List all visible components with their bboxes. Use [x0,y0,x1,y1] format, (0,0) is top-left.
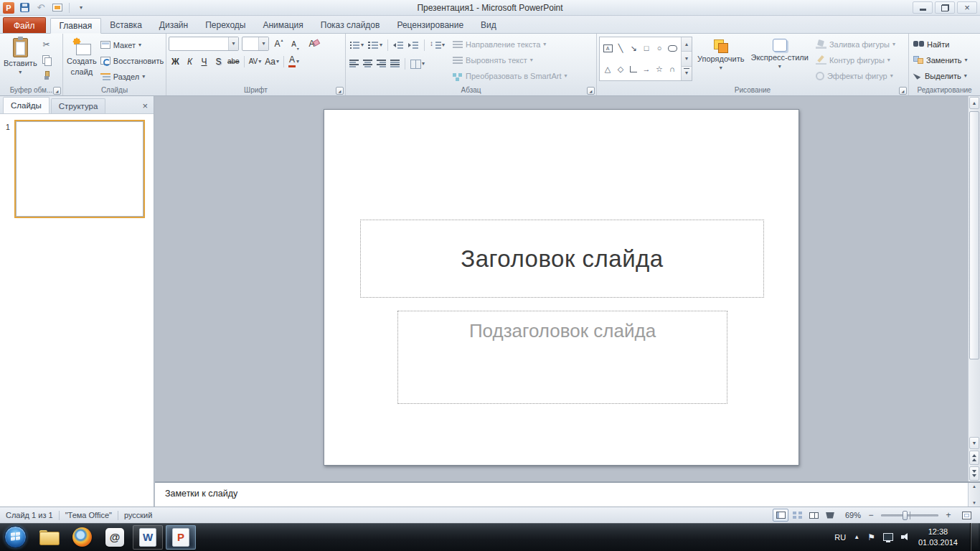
shape-triangle-icon[interactable]: △ [601,59,614,79]
slide[interactable]: Заголовок слайда Подзаголовок слайда [324,109,799,466]
decrease-indent-button[interactable] [392,40,405,50]
new-slide-button[interactable]: Создать слайд [65,36,98,84]
subtitle-placeholder[interactable]: Подзаголовок слайда [397,311,727,404]
align-text-button[interactable]: Выровнять текст▾ [451,52,569,67]
normal-view-button[interactable] [773,509,788,522]
previous-slide-button[interactable] [969,451,979,465]
show-desktop-button[interactable] [970,523,979,551]
notes-pane[interactable]: Заметки к слайду ▲ ▼ [155,481,980,507]
tab-slideshow[interactable]: Показ слайдов [312,17,389,33]
change-case-button[interactable]: Aa▾ [263,55,281,68]
zoom-out-button[interactable]: − [865,509,877,521]
close-panel-button[interactable]: × [139,101,151,110]
font-name-dropdown[interactable]: ▾ [228,37,238,50]
show-hidden-icons-button[interactable]: ▲ [854,534,859,540]
shape-diamond-icon[interactable]: ◇ [614,59,627,79]
gallery-scroll-down-button[interactable]: ▾ [682,52,692,66]
start-button[interactable] [4,526,27,548]
fit-to-window-button[interactable] [958,509,974,522]
increase-indent-button[interactable] [407,40,420,50]
shape-outline-button[interactable]: Контур фигуры▾ [814,52,897,67]
select-button[interactable]: Выделить▾ [911,69,978,84]
customize-qat-button[interactable]: ▾ [75,1,88,14]
font-dialog-launcher[interactable] [336,87,344,95]
text-shadow-button[interactable]: S [212,55,225,68]
section-button[interactable]: Раздел▾ [98,69,166,84]
arrange-button[interactable]: Упорядочить ▾ [696,37,745,84]
font-size-dropdown[interactable]: ▾ [258,37,268,50]
slide-canvas-area[interactable]: Заголовок слайда Подзаголовок слайда [155,96,968,481]
font-size-combobox[interactable]: ▾ [242,37,269,51]
bold-button[interactable]: Ж [169,55,182,68]
character-spacing-button[interactable]: AV▾ [248,55,263,68]
slideshow-view-button[interactable] [822,509,838,522]
tab-design[interactable]: Дизайн [151,17,197,33]
font-color-button[interactable]: А▾ [287,55,301,68]
underline-button[interactable]: Ч [197,55,211,68]
replace-button[interactable]: Заменить▾ [911,52,978,67]
shape-rectangle-icon[interactable]: □ [640,38,653,58]
shape-rounded-rectangle-icon[interactable] [666,38,679,58]
cut-button[interactable]: ✂ [39,37,55,51]
reset-button[interactable]: Восстановить [98,53,166,68]
tab-file[interactable]: Файл [3,17,46,33]
zoom-slider[interactable] [881,509,938,522]
shape-arrow-icon[interactable]: ↘ [627,38,640,58]
shape-fill-button[interactable]: Заливка фигуры▾ [814,37,897,52]
tab-animations[interactable]: Анимация [254,17,311,33]
align-left-button[interactable] [348,59,360,68]
save-button[interactable] [18,1,31,14]
shape-oval-icon[interactable]: ○ [653,38,666,58]
strikethrough-button[interactable]: abe [226,55,241,68]
clipboard-dialog-launcher[interactable] [53,87,61,95]
columns-button[interactable]: ▾ [409,59,426,68]
layout-button[interactable]: Макет▾ [98,37,166,52]
notes-placeholder[interactable]: Заметки к слайду [155,483,968,507]
taskbar-firefox-button[interactable] [67,525,97,550]
align-center-button[interactable] [362,59,374,68]
keyboard-language-indicator[interactable]: RU [834,533,846,542]
gallery-more-button[interactable]: ▾ [682,67,692,80]
paste-button[interactable]: Вставить ▾ [2,36,39,84]
grow-font-button[interactable]: А▴ [272,37,286,51]
quick-styles-button[interactable]: Экспресс-стили ▾ [749,37,809,84]
action-center-icon[interactable]: ⚑ [867,533,875,542]
font-name-combobox[interactable]: ▾ [169,37,239,51]
notes-scrollbar[interactable]: ▲ ▼ [968,483,980,507]
language-indicator[interactable]: русский [124,511,152,519]
scroll-up-button[interactable]: ▲ [969,97,979,109]
line-spacing-button[interactable]: ▾ [428,40,446,50]
zoom-level[interactable]: 69% [842,511,861,519]
text-direction-button[interactable]: Направление текста▾ [451,37,569,52]
format-painter-button[interactable] [39,69,55,83]
scrollbar-thumb[interactable] [969,111,979,359]
shape-star-icon[interactable]: ☆ [653,59,666,79]
start-slideshow-button[interactable] [51,1,64,14]
copy-button[interactable] [39,53,55,67]
next-slide-button[interactable] [969,466,979,481]
convert-smartart-button[interactable]: Преобразовать в SmartArt▾ [451,69,569,84]
zoom-slider-thumb[interactable] [903,511,908,520]
align-right-button[interactable] [375,59,387,68]
slide-sorter-view-button[interactable] [789,509,805,522]
scrollbar-track[interactable] [969,110,979,436]
minimize-button[interactable] [913,1,933,14]
volume-icon[interactable] [901,533,910,541]
taskbar-word-button[interactable]: W [133,525,163,550]
shape-line-icon[interactable]: ╲ [614,38,627,58]
tab-slides-thumbnails[interactable]: Слайды [3,97,50,113]
tab-insert[interactable]: Вставка [101,17,151,33]
tab-outline[interactable]: Структура [51,98,106,113]
undo-button[interactable]: ↶ [34,1,47,14]
italic-button[interactable]: К [183,55,197,68]
network-icon[interactable] [883,533,893,541]
shape-elbow-connector-icon[interactable] [627,59,640,79]
taskbar-email-button[interactable]: @ [100,525,130,550]
bullets-button[interactable]: ▾ [348,40,365,50]
close-button[interactable]: × [957,1,977,14]
tab-home[interactable]: Главная [50,18,102,34]
title-placeholder[interactable]: Заголовок слайда [360,220,764,298]
scroll-down-button[interactable]: ▼ [969,437,979,449]
tab-review[interactable]: Рецензирование [388,17,472,33]
tab-view[interactable]: Вид [472,17,505,33]
